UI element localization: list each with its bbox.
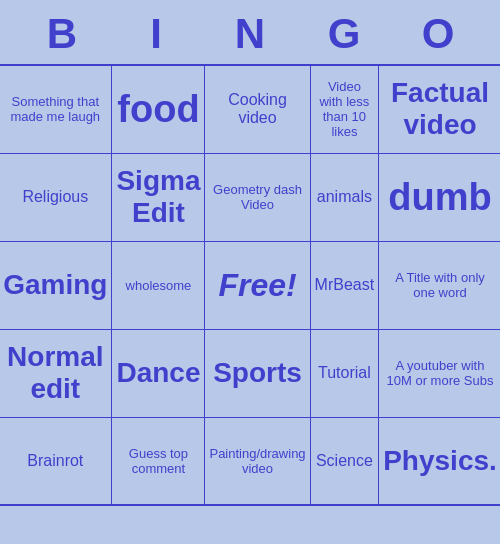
bingo-cell: MrBeast (310, 241, 379, 329)
bingo-letter: G (303, 10, 385, 58)
bingo-cell: A Title with only one word (379, 241, 500, 329)
bingo-title: BINGO (15, 0, 485, 64)
bingo-cell: Cooking video (205, 65, 310, 153)
bingo-letter: N (209, 10, 291, 58)
bingo-cell: Something that made me laugh (0, 65, 112, 153)
bingo-grid: Something that made me laughfoodCooking … (0, 64, 500, 506)
bingo-cell: Sigma Edit (112, 153, 205, 241)
bingo-cell: animals (310, 153, 379, 241)
bingo-cell: Geometry dash Video (205, 153, 310, 241)
bingo-cell: Tutorial (310, 329, 379, 417)
bingo-letter: I (115, 10, 197, 58)
bingo-cell: Brainrot (0, 417, 112, 505)
bingo-cell: Painting/drawing video (205, 417, 310, 505)
bingo-cell: Factual video (379, 65, 500, 153)
bingo-cell: dumb (379, 153, 500, 241)
bingo-cell: Dance (112, 329, 205, 417)
bingo-cell: Physics. (379, 417, 500, 505)
bingo-cell: food (112, 65, 205, 153)
bingo-cell: Religious (0, 153, 112, 241)
bingo-cell: wholesome (112, 241, 205, 329)
bingo-cell: Gaming (0, 241, 112, 329)
bingo-cell: Video with less than 10 likes (310, 65, 379, 153)
bingo-cell: Sports (205, 329, 310, 417)
bingo-cell: A youtuber with 10M or more Subs (379, 329, 500, 417)
bingo-cell: Guess top comment (112, 417, 205, 505)
bingo-cell: Normal edit (0, 329, 112, 417)
bingo-cell: Science (310, 417, 379, 505)
bingo-letter: O (397, 10, 479, 58)
bingo-cell: Free! (205, 241, 310, 329)
bingo-letter: B (21, 10, 103, 58)
